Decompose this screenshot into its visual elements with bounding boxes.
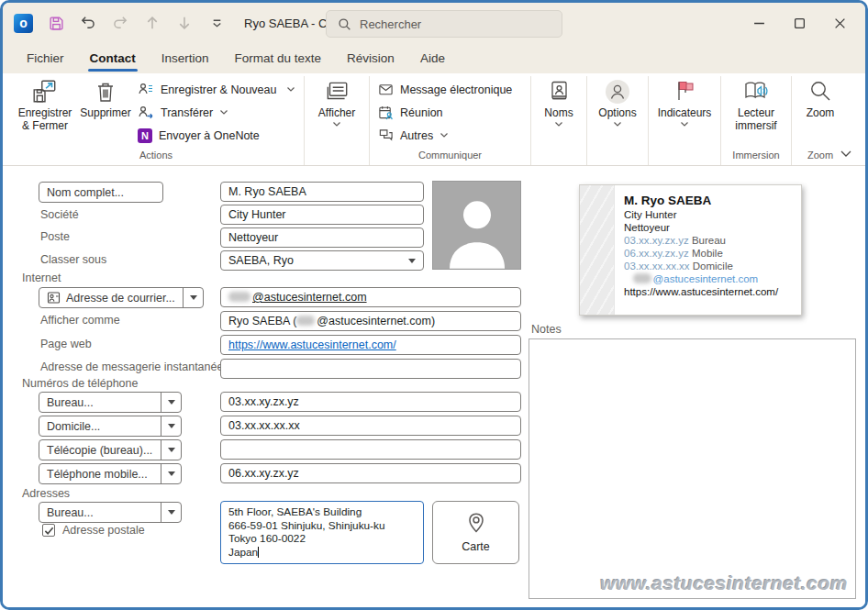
search-icon: [338, 17, 351, 31]
card-phone-home: 03.xx.xx.xx.xx Domicile: [624, 260, 792, 272]
chevron-down-icon: [332, 121, 341, 128]
ribbon-group-actions: Enregistrer & Fermer Supprimer Enregistr…: [8, 76, 305, 165]
im-address-input[interactable]: [220, 359, 521, 379]
person-silhouette-icon: [440, 192, 514, 269]
names-button[interactable]: Noms: [536, 76, 582, 128]
phone-fax-input[interactable]: [220, 439, 521, 460]
delete-button[interactable]: Supprimer: [77, 76, 134, 119]
full-name-input[interactable]: M. Ryo SAEBA: [220, 182, 424, 202]
notes-label: Notes: [531, 323, 562, 336]
addresses-heading: Adresses: [22, 487, 70, 500]
redo-icon: [111, 14, 129, 32]
customize-toolbar-icon[interactable]: [207, 14, 226, 32]
meeting-icon: [378, 105, 394, 120]
chevron-down-icon: [168, 400, 175, 405]
flags-button[interactable]: Indicateurs: [653, 76, 716, 128]
forward-icon: [138, 105, 154, 121]
ribbon-group-immersion: Lecteur immersif Immersion: [721, 76, 792, 165]
tab-contact[interactable]: Contact: [77, 43, 149, 73]
email-dropdown-arrow[interactable]: [183, 288, 203, 307]
outlook-app-icon: o: [14, 14, 33, 33]
tab-format-du-texte[interactable]: Format du texte: [222, 43, 335, 73]
close-button[interactable]: [819, 3, 860, 43]
webpage-link[interactable]: https://www.astucesinternet.com/: [228, 338, 396, 351]
zoom-button[interactable]: Zoom: [796, 76, 844, 119]
company-input[interactable]: City Hunter: [220, 205, 424, 225]
more-communicate-button[interactable]: Autres: [374, 124, 526, 147]
ribbon-group-communicate: Message électronique Réunion Autres Comm…: [370, 76, 531, 165]
contact-card-icon: [47, 291, 61, 305]
ribbon: Enregistrer & Fermer Supprimer Enregistr…: [3, 73, 865, 166]
postal-address-checkbox[interactable]: Adresse postale: [42, 524, 145, 537]
group-label-actions: Actions: [13, 148, 299, 165]
envelope-icon: [378, 82, 394, 97]
phone-business-input[interactable]: 03.xx.xy.zx.yz: [220, 392, 521, 412]
webpage-input[interactable]: https://www.astucesinternet.com/: [220, 335, 521, 355]
notes-textarea[interactable]: www.astucesinternet.com: [529, 338, 856, 599]
ribbon-group-flags: Indicateurs: [649, 76, 721, 165]
chevron-down-icon: [219, 109, 228, 116]
tab-fichier[interactable]: Fichier: [14, 43, 77, 73]
contact-photo-placeholder[interactable]: [432, 181, 521, 270]
undo-icon[interactable]: [79, 14, 97, 32]
immersive-reader-button[interactable]: Lecteur immersif: [726, 76, 786, 133]
phone-type-button-business[interactable]: Bureau...: [39, 392, 182, 413]
file-as-label: Classer sous: [40, 253, 106, 266]
card-job: Nettoyeur: [624, 221, 792, 234]
file-as-combo[interactable]: SAEBA, Ryo: [220, 250, 424, 271]
group-label-immersion: Immersion: [726, 148, 786, 165]
checkbox-checked-icon: [42, 524, 55, 537]
minimize-button[interactable]: [739, 3, 779, 43]
address-book-icon: [547, 79, 571, 105]
phone-mobile-input[interactable]: 06.xx.xy.zx.yz: [220, 463, 521, 483]
move-up-icon: [143, 14, 161, 32]
options-button[interactable]: Options: [592, 76, 643, 128]
ribbon-group-options: Options: [587, 76, 649, 165]
phone-type-button-home[interactable]: Domicile...: [39, 416, 182, 437]
display-as-label: Afficher comme: [40, 314, 120, 327]
display-as-input[interactable]: Ryo SAEBA (@astucesinternet.com): [220, 311, 521, 331]
group-label-communicate: Communiquer: [374, 148, 526, 165]
map-button[interactable]: Carte: [432, 501, 519, 564]
trash-icon: [94, 79, 117, 105]
address-textarea[interactable]: 5th Floor, SAEBA's Building 666-59-01 Sh…: [220, 501, 424, 564]
chevron-down-icon: [408, 259, 416, 263]
contact-form: Nom complet... M. Ryo SAEBA Société City…: [3, 166, 865, 607]
tab-insertion[interactable]: Insertion: [149, 43, 222, 73]
quick-access-toolbar: o: [14, 14, 226, 33]
send-to-onenote-button[interactable]: N Envoyer à OneNote: [134, 124, 299, 147]
save-new-button[interactable]: Enregistrer & Nouveau: [134, 78, 299, 101]
onenote-icon: N: [138, 128, 152, 143]
chevron-down-icon: [554, 121, 563, 128]
save-icon[interactable]: [47, 14, 65, 32]
email-message-button[interactable]: Message électronique: [374, 78, 526, 101]
show-button[interactable]: Afficher: [309, 76, 364, 128]
immersive-reader-icon: [742, 79, 770, 105]
email-button[interactable]: Adresse de courrier...: [39, 287, 204, 308]
maximize-button[interactable]: [779, 3, 819, 43]
move-down-icon: [175, 14, 194, 32]
outlook-contact-window: o Ryo SAEBA - Con... Rechercher: [0, 0, 868, 610]
map-pin-icon: [465, 512, 487, 536]
business-card-pattern: [580, 185, 615, 315]
tab-revision[interactable]: Révision: [334, 43, 407, 73]
meeting-button[interactable]: Réunion: [374, 101, 526, 124]
forward-button[interactable]: Transférer: [134, 101, 299, 124]
job-title-input[interactable]: Nettoyeur: [220, 227, 424, 248]
phone-type-button-mobile[interactable]: Téléphone mobile...: [39, 463, 182, 484]
phone-type-button-fax[interactable]: Télécopie (bureau)...: [39, 439, 182, 460]
email-input[interactable]: @astucesinternet.com: [220, 287, 521, 307]
chevron-down-icon: [613, 121, 622, 128]
address-type-button[interactable]: Bureau...: [39, 502, 182, 523]
business-card-preview[interactable]: M. Ryo SAEBA City Hunter Nettoyeur 03.xx…: [579, 184, 802, 316]
chevron-down-icon: [286, 86, 295, 93]
collapse-ribbon-icon[interactable]: [840, 150, 852, 158]
full-name-button[interactable]: Nom complet...: [39, 182, 163, 203]
phone-home-input[interactable]: 03.xx.xx.xx.xx: [220, 416, 521, 436]
watermark: www.astucesinternet.com: [600, 572, 848, 594]
save-close-button[interactable]: Enregistrer & Fermer: [13, 76, 77, 133]
search-box[interactable]: Rechercher: [326, 10, 562, 38]
webpage-label: Page web: [40, 338, 92, 350]
tab-aide[interactable]: Aide: [407, 43, 458, 73]
job-title-label: Poste: [40, 230, 70, 243]
